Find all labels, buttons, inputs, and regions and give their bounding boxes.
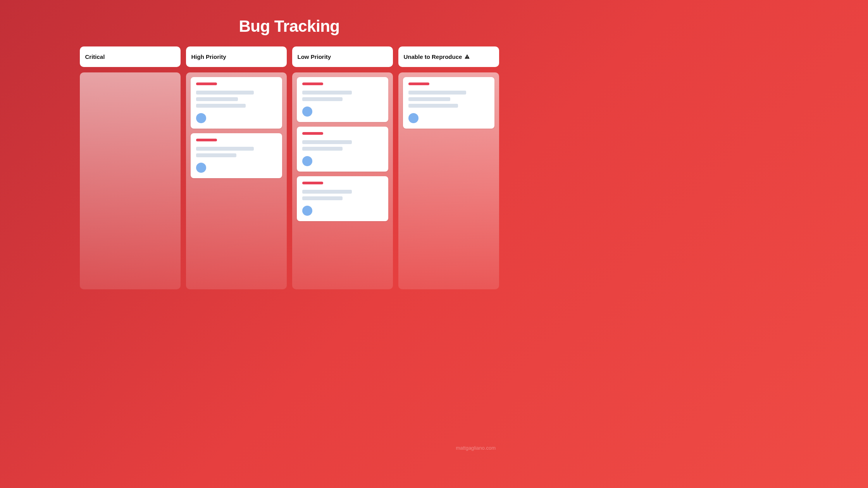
avatar: [302, 107, 312, 117]
text-line: [196, 147, 254, 151]
card-text-placeholder: [196, 147, 277, 157]
column-header-unable[interactable]: Unable to Reproduce: [398, 46, 499, 67]
warning-icon: [464, 54, 470, 60]
column-high: High Priority: [186, 46, 287, 289]
svg-rect-1: [467, 58, 467, 58]
column-label: Low Priority: [298, 53, 331, 60]
page-title: Bug Tracking: [0, 0, 579, 46]
card-text-placeholder: [302, 140, 383, 151]
card[interactable]: [191, 77, 282, 129]
text-line: [196, 97, 238, 101]
card-text-placeholder: [302, 190, 383, 200]
text-line: [302, 196, 343, 200]
column-header-critical[interactable]: Critical: [80, 46, 181, 67]
text-line: [196, 153, 236, 157]
text-line: [302, 97, 343, 101]
text-line: [408, 104, 458, 108]
column-body-critical[interactable]: [80, 72, 181, 289]
text-line: [408, 91, 467, 95]
card-title-placeholder: [408, 82, 429, 85]
column-label: High Priority: [191, 53, 226, 60]
text-line: [302, 147, 343, 151]
card[interactable]: [297, 77, 388, 122]
card-text-placeholder: [408, 91, 489, 108]
avatar: [302, 206, 312, 216]
column-unable: Unable to Reproduce: [398, 46, 499, 289]
svg-rect-0: [467, 56, 467, 57]
card-text-placeholder: [196, 91, 277, 108]
column-header-high[interactable]: High Priority: [186, 46, 287, 67]
card-text-placeholder: [302, 91, 383, 101]
card[interactable]: [191, 133, 282, 178]
column-label: Critical: [85, 53, 105, 60]
text-line: [196, 91, 254, 95]
column-body-unable[interactable]: [398, 72, 499, 289]
column-low: Low Priority: [292, 46, 393, 289]
column-label: Unable to Reproduce: [404, 53, 462, 60]
kanban-board: CriticalHigh PriorityLow PriorityUnable …: [0, 46, 579, 289]
column-body-low[interactable]: [292, 72, 393, 289]
avatar: [196, 163, 206, 173]
avatar: [302, 156, 312, 166]
card-title-placeholder: [196, 139, 217, 141]
text-line: [408, 97, 450, 101]
column-critical: Critical: [80, 46, 181, 289]
card-title-placeholder: [302, 182, 323, 184]
card-title-placeholder: [302, 132, 323, 135]
card[interactable]: [297, 127, 388, 172]
card-title-placeholder: [302, 82, 323, 85]
avatar: [408, 113, 418, 123]
column-body-high[interactable]: [186, 72, 287, 289]
card[interactable]: [403, 77, 494, 129]
card[interactable]: [297, 176, 388, 221]
text-line: [302, 140, 352, 144]
column-header-low[interactable]: Low Priority: [292, 46, 393, 67]
text-line: [302, 190, 352, 194]
avatar: [196, 113, 206, 123]
card-title-placeholder: [196, 82, 217, 85]
watermark: mattgagliano.com: [456, 445, 496, 451]
text-line: [196, 104, 246, 108]
text-line: [302, 91, 352, 95]
